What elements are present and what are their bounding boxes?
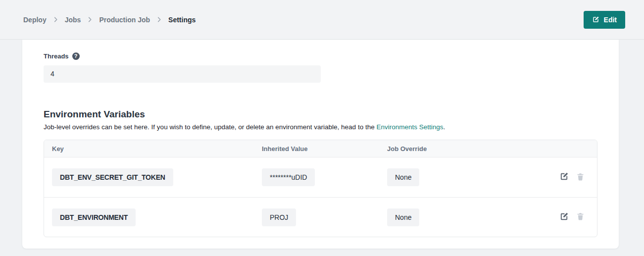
edit-button-label: Edit: [604, 16, 617, 24]
column-header-job-override: Job Override: [379, 145, 581, 153]
env-vars-table: Key Inherited Value Job Override DBT_ENV…: [44, 140, 597, 237]
trash-icon: [576, 212, 585, 222]
breadcrumb-item-deploy[interactable]: Deploy: [23, 16, 47, 24]
env-vars-table-body: DBT_ENV_SECRET_GIT_TOKEN********uDIDNone…: [44, 157, 597, 237]
column-header-inherited-value: Inherited Value: [254, 145, 379, 153]
job-override-cell: None: [379, 168, 559, 186]
top-bar: Deploy Jobs Production Job Settings Edit: [0, 0, 644, 40]
pencil-square-icon: [559, 172, 569, 183]
trash-icon: [576, 172, 585, 183]
section-description: Job-level overrides can be set here. If …: [44, 123, 597, 131]
content-area: Threads ? 4 Environment Variables Job-le…: [0, 40, 644, 249]
delete-row-button[interactable]: [576, 212, 585, 222]
edit-row-button[interactable]: [559, 172, 569, 183]
row-actions: [559, 212, 597, 223]
job-override-pill: None: [387, 208, 419, 226]
section-title: Environment Variables: [44, 109, 597, 120]
job-override-pill: None: [387, 168, 419, 186]
inherited-value-pill: PROJ: [262, 208, 296, 226]
pencil-square-icon: [559, 212, 569, 223]
threads-input[interactable]: 4: [44, 65, 321, 83]
env-var-key-pill: DBT_ENV_SECRET_GIT_TOKEN: [52, 168, 173, 186]
edit-row-button[interactable]: [559, 212, 569, 223]
environments-settings-link[interactable]: Environments Settings: [376, 123, 443, 131]
inherited-value-cell: PROJ: [254, 208, 379, 226]
chevron-right-icon: [53, 17, 58, 22]
breadcrumb-item-settings: Settings: [168, 16, 196, 24]
inherited-value-cell: ********uDID: [254, 168, 379, 186]
edit-button[interactable]: Edit: [584, 11, 625, 29]
help-icon[interactable]: ?: [72, 52, 80, 60]
breadcrumb-item-jobs[interactable]: Jobs: [65, 16, 81, 24]
description-suffix: .: [444, 123, 446, 131]
column-header-key: Key: [44, 145, 254, 153]
threads-label-row: Threads ?: [44, 52, 597, 60]
description-text: Job-level overrides can be set here. If …: [44, 123, 376, 131]
chevron-right-icon: [156, 17, 162, 22]
row-actions: [559, 172, 597, 183]
breadcrumb: Deploy Jobs Production Job Settings: [23, 16, 196, 24]
env-var-key-pill: DBT_ENVIRONMENT: [52, 208, 136, 226]
key-cell: DBT_ENVIRONMENT: [44, 208, 254, 226]
delete-row-button[interactable]: [576, 172, 585, 183]
inherited-value-pill: ********uDID: [262, 168, 315, 186]
job-override-cell: None: [379, 208, 559, 226]
table-header-row: Key Inherited Value Job Override: [44, 140, 597, 157]
environment-variables-section: Environment Variables Job-level override…: [44, 109, 597, 237]
key-cell: DBT_ENV_SECRET_GIT_TOKEN: [44, 168, 254, 186]
job-settings-card: Threads ? 4 Environment Variables Job-le…: [22, 40, 619, 249]
threads-label: Threads: [44, 52, 69, 60]
edit-pencil-icon: [592, 16, 599, 23]
threads-field: Threads ? 4: [44, 52, 597, 83]
table-row: DBT_ENVIRONMENTPROJNone: [44, 197, 597, 237]
chevron-right-icon: [87, 17, 93, 22]
table-row: DBT_ENV_SECRET_GIT_TOKEN********uDIDNone: [44, 157, 597, 197]
breadcrumb-item-production-job[interactable]: Production Job: [99, 16, 150, 24]
